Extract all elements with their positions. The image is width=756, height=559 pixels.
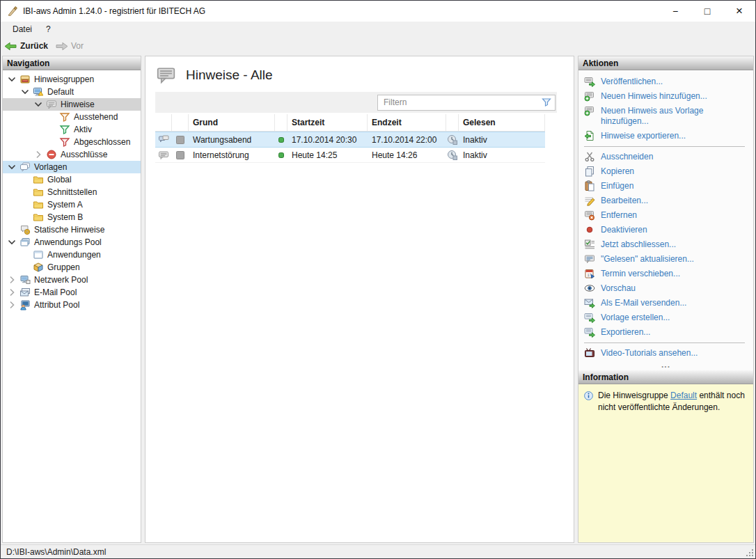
network-icon [19,274,31,285]
tree-item-system-b[interactable]: System B [3,211,141,223]
tree-item-vorlagen[interactable]: Vorlagen [3,161,141,173]
filter-icon[interactable] [541,97,552,108]
exclude-icon [46,149,57,160]
action-label: Neuen Hinweis aus Vorlage hinzufügen... [601,106,748,127]
action-deaktivieren[interactable]: Deaktivieren [583,223,752,237]
table-row-wartungsabend[interactable]: Wartungsabend17.10.2014 20:3017.10.2014 … [155,132,545,148]
tree-item-global[interactable]: Global [3,173,141,186]
action-als-e-mail-versenden[interactable]: Als E-Mail versenden... [583,296,752,310]
note-pair-icon [158,134,169,145]
action-bearbeiten[interactable]: Bearbeiten... [583,194,752,208]
tree-item-gruppen[interactable]: Gruppen [3,261,141,274]
resize-grip-icon[interactable] [745,548,753,556]
column-header-grund[interactable]: Grund [189,114,275,131]
navigation-header: Navigation [3,56,141,70]
action-gelesen-aktualisieren[interactable]: "Gelesen" aktualisieren... [583,252,752,267]
column-header-icon[interactable] [155,114,172,131]
user-monitor-icon [19,299,31,310]
action-ver-ffentlichen[interactable]: Veröffentlichen... [583,74,752,89]
default-link[interactable]: Default [670,391,697,400]
minimize-button[interactable]: − [659,1,691,22]
chevron-down-icon[interactable] [33,99,44,110]
action-video-tutorials-ansehen[interactable]: Video-Tutorials ansehen... [583,346,752,361]
filter-input[interactable]: Filtern [377,95,556,111]
column-header-icon[interactable] [172,114,189,131]
maximize-button[interactable]: □ [691,1,723,22]
chevron-down-icon[interactable] [6,237,17,248]
tv-icon [584,347,595,359]
close-button[interactable]: × [723,1,755,22]
tree-item-label: Schnittstellen [47,187,97,197]
action-einf-gen[interactable]: Einfügen [583,179,752,194]
tree-item-netzwerk-pool[interactable]: Netzwerk Pool [3,274,141,286]
chevron-down-icon[interactable] [6,74,17,85]
action-exportieren[interactable]: Exportieren... [583,325,752,340]
cell-grund: Wartungsabend [189,132,275,147]
chevron-down-icon[interactable] [6,162,17,173]
action-label: Jetzt abschliessen... [601,239,676,250]
publish-icon [584,76,595,87]
chevron-right-icon[interactable] [6,274,17,285]
action-kopieren[interactable]: Kopieren [583,164,752,179]
menu-datei[interactable]: Datei [6,23,38,36]
tree-item-aktiv[interactable]: Aktiv [3,123,141,136]
tree-item-anwendungs-pool[interactable]: Anwendungs Pool [3,236,141,249]
forward-arrow-icon [55,41,68,52]
chevron-right-icon[interactable] [6,299,17,310]
navigation-panel: Navigation HinweisgruppenDefaultHinweise… [2,56,141,543]
folder-icon [33,199,44,210]
column-header-startzeit[interactable]: Startzeit [288,114,368,131]
action-neuen-hinweis-aus-vorlage-hinzuf-gen[interactable]: Neuen Hinweis aus Vorlage hinzufügen... [583,104,752,129]
title-bar: IBI-aws Admin 1.24.0 - registriert für I… [1,1,755,22]
filter-placeholder: Filtern [384,97,541,107]
column-header-icon[interactable] [275,114,288,131]
chevron-down-icon[interactable] [19,86,31,97]
blank [46,111,57,123]
folder-icon [33,174,44,185]
actions-header: Aktionen [578,56,753,70]
forward-button[interactable]: Vor [55,41,84,52]
blank [19,174,31,185]
chevron-right-icon[interactable] [6,287,17,298]
table-row-internetst-rung[interactable]: InternetstörungHeute 14:25Heute 14:26Ina… [155,148,545,163]
action-jetzt-abschliessen[interactable]: Jetzt abschliessen... [583,237,752,252]
chevron-right-icon[interactable] [33,149,44,160]
tree-item-ausstehend[interactable]: Ausstehend [3,111,141,123]
back-button[interactable]: Zurück [4,41,48,52]
tree-item-hinweise[interactable]: Hinweise [3,98,141,111]
tree-item-label: Global [47,175,72,184]
column-header-gelesen[interactable]: Gelesen [459,114,545,131]
cell-startzeit: Heute 14:25 [288,148,368,162]
cell-type [155,132,172,147]
tree-item-abgeschlossen[interactable]: Abgeschlossen [3,136,141,148]
tree-item-system-a[interactable]: System A [3,198,141,211]
tree-item-anwendungen[interactable]: Anwendungen [3,249,141,261]
paste-icon [584,180,595,191]
tree-item-label: Netzwerk Pool [34,275,88,285]
action-ausschneiden[interactable]: Ausschneiden [583,150,752,164]
actions-separator [584,146,745,147]
tree-item-label: Ausstehend [74,112,118,122]
menu-help[interactable]: ? [40,23,57,36]
actions-more-grip[interactable]: ... [578,362,753,370]
tree-item-statische-hinweise[interactable]: Statische Hinweise [3,223,141,236]
data-file-path: D:\IBI-aws\Admin\Data.xml [6,547,106,557]
column-header-icon[interactable] [446,114,459,131]
action-entfernen[interactable]: Entfernen [583,208,752,223]
static-note-icon [19,224,31,235]
tree-item-schnittstellen[interactable]: Schnittstellen [3,186,141,198]
tree-item-attribut-pool[interactable]: Attribut Pool [3,299,141,311]
tree-item-ausschl-sse[interactable]: Ausschlüsse [3,148,141,161]
funnel-red-icon [59,136,70,148]
action-termin-verschieben[interactable]: 17Termin verschieben... [583,267,752,281]
column-header-endzeit[interactable]: Endzeit [368,114,446,131]
action-hinweise-exportieren[interactable]: Hinweise exportieren... [583,129,752,143]
tree-item-default[interactable]: Default [3,86,141,98]
action-vorlage-erstellen[interactable]: Vorlage erstellen... [583,310,752,325]
tree-item-hinweisgruppen[interactable]: Hinweisgruppen [3,73,141,86]
action-vorschau[interactable]: Vorschau [583,281,752,296]
action-neuen-hinweis-hinzuf-gen[interactable]: Neuen Hinweis hinzufügen... [583,89,752,104]
cell-color [172,132,189,147]
clock-inactive-icon [447,150,458,161]
tree-item-e-mail-pool[interactable]: E-Mail Pool [3,286,141,299]
